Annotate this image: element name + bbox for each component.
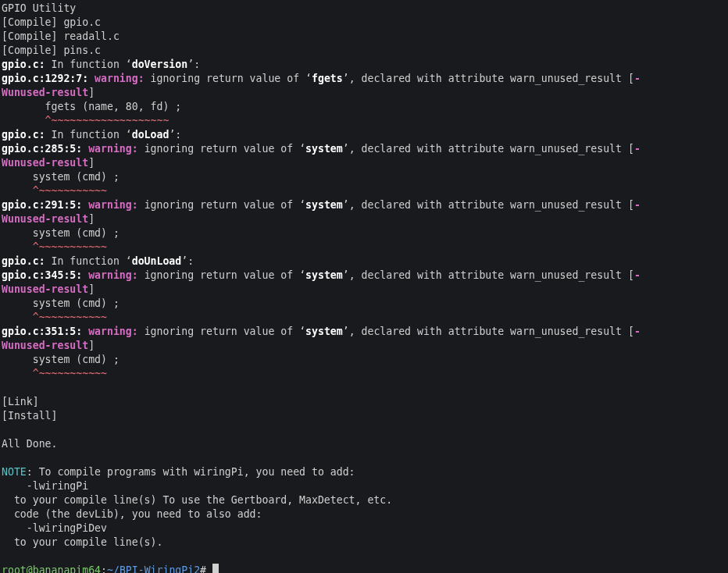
terminal-text: to your compile line(s). (2, 536, 162, 548)
terminal-text: gpio.c:1292:7: (2, 73, 88, 84)
terminal-text: system (cmd) ; (2, 354, 120, 365)
terminal-text: - (634, 73, 641, 84)
terminal-text: Wunused-result (2, 87, 88, 98)
terminal-text: ^~~~~~~~~~~~ (2, 368, 107, 379)
terminal-text: ’, declared with attribute warn_unused_r… (343, 143, 634, 155)
terminal-text: gpio.c:291:5: (2, 199, 82, 211)
terminal-text (82, 199, 88, 211)
terminal-text: ignoring return value of ‘ (145, 143, 305, 155)
terminal-text: ignoring return value of ‘ (145, 269, 305, 281)
terminal-line: fgets (name, 80, fd) ; (2, 100, 726, 114)
terminal-line: system (cmd) ; (2, 170, 726, 184)
terminal-line: gpio.c:351:5: warning: ignoring return v… (2, 325, 726, 339)
terminal-line: [Compile] readall.c (2, 30, 726, 44)
terminal-line: code (the devLib), you need to also add: (2, 507, 726, 521)
terminal-text: ’, declared with attribute warn_unused_r… (343, 199, 634, 211)
terminal-text: fgets (name, 80, fd) ; (2, 101, 181, 112)
terminal-line (2, 550, 726, 564)
terminal-text (82, 326, 88, 337)
terminal-line: ^~~~~~~~~~~~ (2, 367, 726, 381)
terminal-text: [Link] (2, 396, 39, 408)
terminal-text: gpio.c: (2, 255, 45, 267)
terminal-text: system (305, 143, 343, 155)
terminal-text (82, 143, 88, 155)
terminal-text: Wunused-result (2, 213, 88, 225)
terminal-line: GPIO Utility (2, 2, 726, 16)
terminal-output[interactable]: GPIO Utility[Compile] gpio.c[Compile] re… (0, 0, 728, 573)
terminal-text: [Compile] pins.c (2, 44, 101, 56)
terminal-line: ^~~~~~~~~~~~~~~~~~~~ (2, 114, 726, 128)
terminal-text: system (cmd) ; (2, 227, 120, 239)
terminal-text: warning: (88, 143, 144, 155)
terminal-text: ’: (181, 255, 194, 267)
terminal-text: - (634, 199, 641, 211)
terminal-line: -lwiringPi (2, 479, 726, 493)
terminal-line: gpio.c: In function ‘doVersion’: (2, 58, 726, 72)
terminal-line: Wunused-result] (2, 212, 726, 226)
terminal-text: ] (88, 213, 95, 225)
terminal-line: gpio.c: In function ‘doUnLoad’: (2, 254, 726, 269)
terminal-line: to your compile line(s) To use the Gertb… (2, 493, 726, 507)
terminal-line: [Compile] pins.c (2, 44, 726, 58)
terminal-text: to your compile line(s) To use the Gertb… (2, 494, 392, 506)
terminal-line: ^~~~~~~~~~~~ (2, 311, 726, 325)
terminal-text: ^~~~~~~~~~~~~~~~~~~~ (2, 115, 169, 126)
terminal-text: ^~~~~~~~~~~~ (2, 185, 107, 197)
terminal-text: system (305, 199, 343, 211)
terminal-line: ^~~~~~~~~~~~ (2, 184, 726, 198)
terminal-text: ] (88, 283, 95, 295)
terminal-text: ] (88, 157, 95, 169)
terminal-text: gpio.c: (2, 129, 45, 141)
terminal-text (88, 73, 95, 84)
terminal-prompt-line[interactable]: root@bananapim64:~/BPI-WiringPi2# (2, 564, 726, 573)
terminal-line: NOTE: To compile programs with wiringPi,… (2, 465, 726, 479)
terminal-text: [Compile] gpio.c (2, 16, 101, 28)
terminal-text: Wunused-result (2, 340, 88, 351)
terminal-text: - (634, 143, 641, 155)
terminal-line: Wunused-result] (2, 339, 726, 353)
terminal-text: In function ‘ (45, 59, 132, 70)
terminal-line: -lwiringPiDev (2, 521, 726, 536)
terminal-text: ’, declared with attribute warn_unused_r… (343, 326, 634, 337)
terminal-text: doVersion (132, 59, 187, 70)
terminal-text: Wunused-result (2, 283, 88, 295)
terminal-text: system (cmd) ; (2, 171, 120, 183)
terminal-text: gpio.c:285:5: (2, 143, 82, 155)
terminal-line: Wunused-result] (2, 86, 726, 100)
terminal-text: warning: (88, 326, 144, 337)
cursor-icon (212, 564, 219, 573)
terminal-text: NOTE (2, 466, 27, 478)
terminal-line: gpio.c:291:5: warning: ignoring return v… (2, 198, 726, 212)
terminal-text: [Install] (2, 410, 57, 422)
terminal-text: In function ‘ (45, 255, 132, 267)
terminal-text: ] (88, 87, 95, 98)
terminal-line: [Compile] gpio.c (2, 16, 726, 30)
terminal-line (2, 381, 726, 395)
terminal-text: Wunused-result (2, 157, 88, 169)
terminal-line: gpio.c:285:5: warning: ignoring return v… (2, 142, 726, 156)
terminal-text: In function ‘ (45, 129, 132, 141)
terminal-text: ignoring return value of ‘ (151, 73, 312, 84)
prompt-user-host: root@bananapim64 (2, 564, 101, 573)
terminal-text: [Compile] readall.c (2, 30, 120, 42)
terminal-text: ignoring return value of ‘ (145, 199, 305, 211)
terminal-text: ] (88, 340, 95, 351)
terminal-text: system (305, 269, 343, 281)
prompt-symbol: # (200, 564, 212, 573)
terminal-text (82, 269, 88, 281)
terminal-text: doLoad (132, 129, 170, 141)
terminal-text: warning: (88, 199, 144, 211)
terminal-text: GPIO Utility (2, 2, 76, 14)
terminal-text: ^~~~~~~~~~~~ (2, 241, 107, 253)
terminal-text: gpio.c:345:5: (2, 269, 82, 281)
terminal-text: ’: (187, 59, 200, 70)
terminal-line: system (cmd) ; (2, 226, 726, 240)
terminal-line: [Install] (2, 409, 726, 423)
terminal-line: [Link] (2, 395, 726, 409)
terminal-line: system (cmd) ; (2, 353, 726, 367)
terminal-line: gpio.c:1292:7: warning: ignoring return … (2, 72, 726, 86)
terminal-text: doUnLoad (132, 255, 182, 267)
terminal-line (2, 423, 726, 437)
terminal-text: gpio.c:351:5: (2, 326, 82, 337)
terminal-line: ^~~~~~~~~~~~ (2, 240, 726, 254)
